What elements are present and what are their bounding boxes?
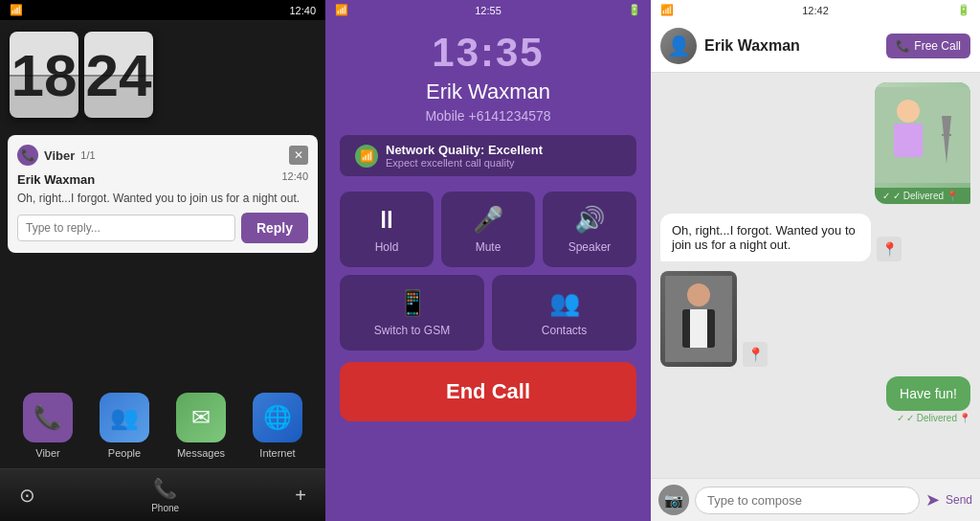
viber-notification: 📞 Viber 1/1 ✕ Erik Waxman 12:40 Oh, righ… bbox=[8, 135, 318, 253]
message-text-left: Oh, right...I forgot. Wanted you to join… bbox=[660, 214, 871, 261]
message-image-right: ✓ ✓ Delivered 📍 bbox=[875, 82, 970, 204]
hold-label: Hold bbox=[375, 240, 399, 254]
status-icons-left: 📶 bbox=[10, 4, 23, 16]
call-status-time: 12:55 bbox=[475, 5, 501, 16]
people-app-label: People bbox=[108, 447, 141, 459]
app-messages[interactable]: ✉ Messages bbox=[176, 393, 226, 459]
home-screen: 📶 12:40 18 24 📞 Viber 1/1 ✕ Erik Waxman … bbox=[0, 0, 325, 521]
image-placeholder-right bbox=[875, 87, 970, 183]
caller-name: Erik Waxman bbox=[426, 79, 550, 104]
fun-pin: 📍 bbox=[959, 413, 970, 423]
caller-number: Mobile +6141234578 bbox=[425, 108, 550, 124]
app-grid: 📞 Viber 👥 People ✉ Messages 🌐 Internet bbox=[0, 377, 325, 468]
speaker-icon: 🔊 bbox=[574, 205, 605, 235]
viber-app-icon: 📞 bbox=[23, 393, 73, 442]
app-people[interactable]: 👥 People bbox=[100, 393, 149, 459]
compose-input[interactable] bbox=[695, 487, 920, 514]
delivered-label-right: ✓ ✓ Delivered 📍 bbox=[875, 188, 970, 204]
notification-sender-row: Erik Waxman 12:40 bbox=[17, 170, 308, 188]
location-pin-image-left: 📍 bbox=[743, 342, 768, 367]
camera-button[interactable]: 📷 bbox=[658, 485, 689, 515]
quality-text: Network Quality: Excellent Expect excell… bbox=[386, 143, 543, 169]
notification-reply-area: Reply bbox=[17, 213, 308, 243]
dock-phone[interactable]: 📞 Phone bbox=[151, 477, 179, 513]
delivered-text: ✓ Delivered bbox=[893, 191, 944, 201]
internet-app-icon: 🌐 bbox=[253, 393, 302, 442]
mute-button[interactable]: 🎤 Mute bbox=[441, 192, 535, 267]
chat-text-left: Oh, right...I forgot. Wanted you to join… bbox=[672, 223, 856, 252]
chat-image-right bbox=[875, 82, 970, 188]
quality-sublabel: Expect excellent call quality bbox=[386, 157, 543, 169]
dock-phone-label: Phone bbox=[151, 503, 179, 513]
free-call-label: Free Call bbox=[914, 39, 961, 53]
location-pin-right: 📍 bbox=[947, 191, 958, 201]
dock-back[interactable]: ⊙ bbox=[19, 484, 35, 507]
notification-time: 12:40 bbox=[281, 170, 308, 182]
call-status-right: 🔋 bbox=[628, 4, 641, 16]
fun-check: ✓ bbox=[897, 413, 904, 423]
notification-app-name: Viber bbox=[44, 148, 75, 163]
call-buttons-row1: ⏸ Hold 🎤 Mute 🔊 Speaker bbox=[340, 192, 636, 267]
notification-message: Oh, right...I forgot. Wanted you to join… bbox=[17, 192, 308, 205]
hold-button[interactable]: ⏸ Hold bbox=[340, 192, 434, 267]
free-call-button[interactable]: 📞 Free Call bbox=[886, 34, 970, 58]
image-placeholder-left bbox=[665, 276, 732, 362]
switch-gsm-icon: 📱 bbox=[397, 288, 428, 318]
mute-icon: 🎤 bbox=[473, 205, 503, 235]
chat-image-left bbox=[660, 271, 737, 367]
svg-rect-9 bbox=[690, 309, 707, 348]
switch-gsm-label: Switch to GSM bbox=[374, 324, 450, 337]
chat-contact-name: Erik Waxman bbox=[704, 37, 879, 55]
contact-avatar: 👤 bbox=[660, 28, 697, 64]
chat-header: 👤 Erik Waxman 📞 Free Call bbox=[651, 20, 980, 73]
messages-app-icon: ✉ bbox=[176, 393, 226, 442]
viber-app-label: Viber bbox=[35, 447, 59, 459]
app-viber[interactable]: 📞 Viber bbox=[23, 393, 73, 459]
phone-icon: 📞 bbox=[153, 477, 177, 500]
status-bar-chat: 📶 12:42 🔋 bbox=[651, 0, 980, 20]
reply-button[interactable]: Reply bbox=[241, 213, 308, 243]
location-pin-left: 📍 bbox=[877, 237, 902, 261]
fun-delivered-text: ✓ Delivered bbox=[906, 413, 957, 423]
chat-status-left: 📶 bbox=[660, 4, 674, 16]
people-app-icon: 👥 bbox=[100, 393, 149, 442]
message-image-left-row: 📍 bbox=[660, 271, 970, 367]
chat-status-right: 🔋 bbox=[957, 4, 970, 16]
svg-point-1 bbox=[897, 100, 920, 123]
notification-header: 📞 Viber 1/1 ✕ bbox=[17, 145, 308, 166]
send-button[interactable]: Send bbox=[946, 493, 972, 507]
reply-input[interactable] bbox=[17, 215, 235, 241]
switch-gsm-button[interactable]: 📱 Switch to GSM bbox=[340, 275, 484, 351]
status-bar-home: 📶 12:40 bbox=[0, 0, 325, 20]
message-fun-right: Have fun! ✓ ✓ Delivered 📍 bbox=[886, 376, 970, 423]
message-text-left-row: Oh, right...I forgot. Wanted you to join… bbox=[660, 214, 970, 261]
speaker-label: Speaker bbox=[568, 240, 612, 254]
notification-count: 1/1 bbox=[80, 149, 95, 161]
mute-label: Mute bbox=[476, 240, 501, 254]
fun-delivered: ✓ ✓ Delivered 📍 bbox=[897, 413, 970, 423]
speaker-button[interactable]: 🔊 Speaker bbox=[543, 192, 636, 267]
svg-rect-2 bbox=[894, 124, 923, 157]
notification-sender: Erik Waxman bbox=[17, 172, 95, 187]
chat-input-area: 📷 ➤ Send bbox=[651, 478, 980, 521]
call-screen: 📶 12:55 🔋 13:35 Erik Waxman Mobile +6141… bbox=[325, 0, 651, 521]
contacts-label: Contacts bbox=[542, 324, 587, 337]
dock-add[interactable]: + bbox=[295, 485, 306, 507]
clock-minute: 24 bbox=[84, 32, 153, 118]
notification-close-button[interactable]: ✕ bbox=[289, 146, 308, 165]
quality-icon: 📶 bbox=[355, 145, 378, 168]
network-quality-banner: 📶 Network Quality: Excellent Expect exce… bbox=[340, 135, 636, 176]
send-arrow-icon[interactable]: ➤ bbox=[925, 489, 940, 510]
contacts-button[interactable]: 👥 Contacts bbox=[492, 275, 636, 351]
end-call-button[interactable]: End Call bbox=[340, 362, 636, 421]
delivered-check: ✓ bbox=[882, 191, 890, 201]
free-call-icon: 📞 bbox=[896, 39, 910, 53]
back-icon: ⊙ bbox=[19, 484, 35, 507]
messages-app-label: Messages bbox=[177, 447, 225, 459]
internet-app-label: Internet bbox=[259, 447, 295, 459]
call-status-left: 📶 bbox=[335, 4, 348, 16]
bottom-dock: ⊙ 📞 Phone + bbox=[0, 468, 325, 521]
clock-widget: 18 24 bbox=[0, 22, 325, 127]
contacts-icon: 👥 bbox=[549, 288, 580, 318]
app-internet[interactable]: 🌐 Internet bbox=[253, 393, 302, 459]
